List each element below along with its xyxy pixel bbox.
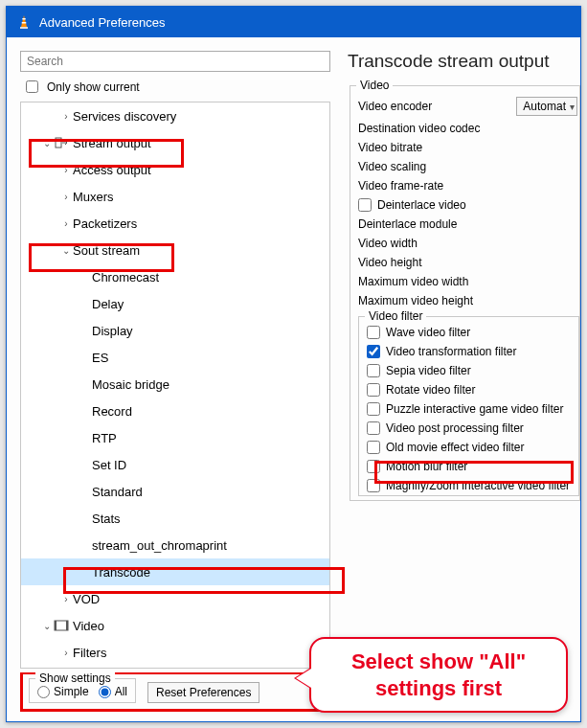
chevron-down-icon: ⌄ (59, 245, 73, 256)
checkbox-puzzle[interactable]: Puzzle interactive game video filter (365, 399, 578, 419)
body: Only show current › Services discovery ⌄… (7, 37, 580, 721)
callout-line2: settings first (325, 675, 553, 702)
chevron-right-icon: › (59, 594, 73, 604)
checkbox-deinterlace[interactable]: Deinterlace video (356, 195, 579, 215)
field-scaling: Video scaling (356, 157, 579, 176)
titlebar: Advanced Preferences (7, 7, 580, 37)
tree-item-filters[interactable]: › Filters (21, 639, 329, 666)
chevron-down-icon: ⌄ (40, 621, 54, 631)
page-title: Transcode stream output (348, 51, 580, 72)
search-input[interactable] (20, 51, 330, 72)
video-encoder-combo[interactable]: Automat (516, 97, 577, 116)
chevron-right-icon: › (59, 648, 73, 658)
video-filter-legend: Video filter (365, 309, 426, 323)
checkbox-wave[interactable]: Wave video filter (365, 323, 578, 342)
tree-item-standard[interactable]: Standard (21, 478, 329, 505)
checkbox-deinterlace-input[interactable] (358, 198, 372, 212)
field-max-width: Maximum video width (356, 272, 579, 291)
show-settings-legend: Show settings (35, 671, 115, 685)
tree-item-mosaic-bridge[interactable]: Mosaic bridge (21, 371, 329, 398)
chevron-right-icon: › (59, 218, 73, 229)
window-title: Advanced Preferences (39, 15, 166, 30)
tree-item-muxers[interactable]: › Muxers (21, 183, 329, 210)
svg-rect-7 (66, 621, 68, 630)
radio-simple[interactable]: Simple (37, 685, 89, 698)
field-dest-codec: Destination video codec (356, 119, 579, 138)
tree-item-services-discovery[interactable]: › Services discovery (21, 102, 329, 129)
reset-preferences-button[interactable]: Reset Preferences (147, 682, 260, 703)
radio-all-input[interactable] (99, 686, 111, 698)
chevron-right-icon: › (59, 165, 73, 175)
svg-rect-3 (22, 22, 27, 24)
svg-marker-0 (21, 15, 27, 27)
svg-rect-4 (56, 138, 61, 148)
checkbox-motionblur[interactable]: Motion blur filter (365, 457, 578, 476)
settings-tree[interactable]: › Services discovery ⌄ Stream output › A… (21, 102, 329, 666)
video-group-legend: Video (356, 79, 393, 92)
tree-item-transcode[interactable]: Transcode (21, 558, 329, 585)
svg-rect-5 (55, 621, 68, 630)
show-settings-bar: Show settings Simple All Reset Preferenc… (20, 672, 330, 712)
checkbox-transform[interactable]: Video transformation filter (365, 342, 578, 361)
field-deinterlace-module: Deinterlace module (356, 215, 579, 234)
radio-all[interactable]: All (99, 685, 127, 698)
tree-item-chromaprint[interactable]: stream_out_chromaprint (21, 532, 329, 558)
tree-item-es[interactable]: ES (21, 344, 329, 371)
callout-line1: Select show "All" (325, 648, 553, 675)
only-show-current-label: Only show current (47, 80, 140, 94)
stream-output-icon (54, 135, 69, 150)
checkbox-postproc[interactable]: Video post processing filter (365, 419, 578, 438)
tree-item-access-output[interactable]: › Access output (21, 156, 329, 183)
tree-item-stream-output[interactable]: ⌄ Stream output (21, 129, 329, 156)
tree-item-sout-stream[interactable]: ⌄ Sout stream (21, 237, 329, 263)
checkbox-oldmovie[interactable]: Old movie effect video filter (365, 438, 578, 457)
tree-item-delay[interactable]: Delay (21, 290, 329, 317)
tree-item-video[interactable]: ⌄ Video (21, 612, 329, 639)
chevron-right-icon: › (59, 111, 73, 122)
video-icon (54, 618, 69, 633)
left-panel: Only show current › Services discovery ⌄… (7, 37, 340, 721)
right-panel: Transcode stream output Video Video enco… (340, 37, 580, 721)
radio-simple-input[interactable] (37, 686, 50, 698)
checkbox-magnify[interactable]: Magnify/Zoom interactive video filter (365, 476, 578, 495)
checkbox-rotate[interactable]: Rotate video filter (365, 380, 578, 399)
callout-pointer-icon (296, 669, 311, 688)
field-bitrate: Video bitrate (356, 138, 579, 157)
tree-item-display[interactable]: Display (21, 317, 329, 344)
preferences-window: Advanced Preferences Only show current ›… (6, 6, 581, 722)
video-group: Video Video encoder Automat Destination … (350, 85, 580, 501)
field-video-encoder: Video encoder Automat (356, 94, 579, 119)
tree-item-rtp[interactable]: RTP (21, 424, 329, 451)
checkbox-sepia[interactable]: Sepia video filter (365, 361, 578, 380)
tree-item-set-id[interactable]: Set ID (21, 451, 329, 478)
field-max-height: Maximum video height (356, 291, 579, 310)
tree-item-record[interactable]: Record (21, 398, 329, 424)
vlc-cone-icon (16, 14, 32, 30)
tree-item-packetizers[interactable]: › Packetizers (21, 210, 329, 237)
chevron-down-icon: ⌄ (40, 138, 54, 148)
field-height: Video height (356, 253, 579, 272)
tree-item-chromecast[interactable]: Chromecast (21, 263, 329, 290)
svg-rect-1 (20, 27, 28, 29)
tree-item-stats[interactable]: Stats (21, 505, 329, 532)
chevron-right-icon: › (59, 192, 73, 202)
svg-rect-2 (22, 18, 25, 20)
annotation-callout: Select show "All" settings first (309, 637, 568, 713)
only-show-current[interactable]: Only show current (22, 78, 328, 96)
only-show-current-checkbox[interactable] (26, 80, 38, 93)
video-filter-group: Video filter Wave video filter Video tra… (358, 316, 579, 496)
field-width: Video width (356, 234, 579, 253)
svg-rect-6 (55, 621, 56, 630)
tree-container: › Services discovery ⌄ Stream output › A… (20, 102, 330, 669)
show-settings-group: Show settings Simple All (29, 678, 136, 703)
tree-item-vod[interactable]: › VOD (21, 585, 329, 612)
field-framerate: Video frame-rate (356, 176, 579, 195)
